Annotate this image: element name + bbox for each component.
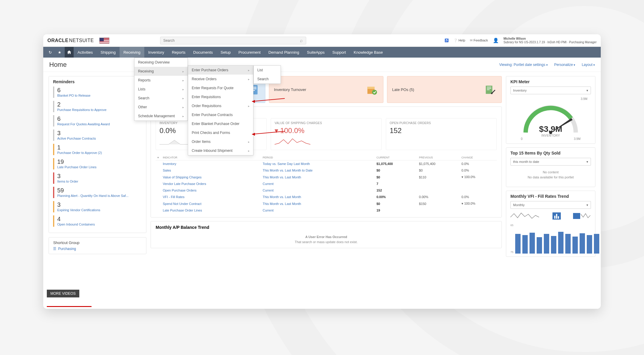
- reminder-count: 2: [57, 101, 142, 107]
- video-progress-bar[interactable]: [47, 306, 92, 307]
- reminder-item[interactable]: 4Open Inbound Containers: [53, 215, 142, 227]
- ap-trend-title: Monthly A/P Balance Trend: [156, 225, 497, 230]
- nav-setup[interactable]: Setup: [217, 47, 235, 58]
- nav-suiteapps[interactable]: SuiteApps: [303, 47, 329, 58]
- kpi-card-shipping[interactable]: VALUE OF SHIPPING CHARGES ▾ 100.0%: [271, 118, 382, 150]
- help-link[interactable]: ❔ Help: [453, 38, 465, 42]
- search-icon[interactable]: ⌕: [300, 38, 303, 43]
- chart-bar: [544, 234, 549, 254]
- user-avatar-icon[interactable]: 👤: [493, 38, 499, 43]
- gauge-max-label: 3.9M: [581, 97, 587, 101]
- svg-rect-10: [487, 89, 490, 90]
- nav-recent-icon[interactable]: ↻: [46, 47, 55, 58]
- shortcut-group-title: ShortcutShortcut Group: [53, 240, 142, 245]
- tile-inventory-turnover[interactable]: Inventory Turnover: [269, 76, 384, 103]
- menu-item[interactable]: Order Items▸: [188, 137, 253, 146]
- menu-item[interactable]: List: [254, 66, 281, 75]
- kpi-card-open-po[interactable]: OPEN PURCHASE ORDERS 152: [386, 118, 497, 150]
- kpi-meter-title: KPI Meter: [510, 79, 591, 84]
- nav-inventory[interactable]: Inventory: [144, 47, 168, 58]
- user-info[interactable]: Michelle Wilson Subrary for NS US-2023.1…: [504, 37, 597, 44]
- menu-item[interactable]: Enter Requisitions: [188, 92, 253, 101]
- topbar-right: ♿ ❔ Help ✉ Feedback 👤 Michelle Wilson Su…: [445, 37, 597, 44]
- nav-activities[interactable]: Activities: [74, 47, 97, 58]
- nav-reports[interactable]: Reports: [168, 47, 189, 58]
- reminder-item[interactable]: 3Items to Order: [53, 172, 142, 184]
- table-row[interactable]: Open Purchase OrdersCurrent152: [156, 187, 497, 194]
- table-row[interactable]: Value of Shipping ChargesThis Month vs. …: [156, 174, 497, 180]
- shortcut-purchasing[interactable]: ☰ Purchasing: [53, 247, 142, 251]
- table-row[interactable]: Late Purchase Order LinesCurrent19: [156, 207, 497, 214]
- global-search[interactable]: ⌕: [160, 37, 306, 44]
- receiving-menu: Receiving OverviewReceiving▸Reports▸List…: [134, 58, 188, 121]
- chart-bar: [565, 234, 571, 254]
- bar-chart-icon[interactable]: [552, 212, 561, 220]
- top-items-select[interactable]: this month to date▾: [510, 158, 591, 166]
- table-row[interactable]: VFI - Fill RatesThis Month vs. Last Mont…: [156, 194, 497, 200]
- accessibility-icon[interactable]: ♿: [445, 38, 449, 42]
- menu-item[interactable]: Receiving Overview: [134, 58, 188, 67]
- nav-procurement[interactable]: Procurement: [235, 47, 264, 58]
- gauge-max: 3.9M: [574, 137, 580, 141]
- search-input[interactable]: [163, 38, 300, 43]
- reminder-item[interactable]: 6Request For Quotes Awaiting Award: [53, 115, 142, 126]
- layout-dropdown[interactable]: Layout: [582, 63, 595, 67]
- menu-item[interactable]: Enter Purchase Contracts: [188, 110, 253, 119]
- nav-support[interactable]: Support: [329, 47, 350, 58]
- nav-shipping[interactable]: Shipping: [97, 47, 120, 58]
- menu-item[interactable]: Enter Requests For Quote: [188, 84, 253, 92]
- nav-home-icon[interactable]: [65, 47, 74, 58]
- menu-item[interactable]: Lists▸: [134, 85, 188, 94]
- menu-item[interactable]: Other▸: [134, 103, 188, 112]
- menu-item[interactable]: Print Checks and Forms: [188, 128, 253, 137]
- reminder-item[interactable]: 19Late Purchase Order Lines: [53, 158, 142, 169]
- table-row[interactable]: SalesThis Month vs. Last Month to Date$0…: [156, 167, 497, 174]
- reminder-item[interactable]: 3Expiring Vendor Certifications: [53, 201, 142, 212]
- nav-knowledge-base[interactable]: Knowledge Base: [350, 47, 387, 58]
- viewing-dropdown[interactable]: Viewing: Portlet date settings: [499, 63, 547, 67]
- menu-item[interactable]: Search: [254, 75, 281, 84]
- tile-late-pos[interactable]: Late POs (5): [387, 76, 502, 103]
- chevron-right-icon: ▸: [182, 70, 184, 73]
- app-window: ORACLE NETSUITE ⌕ ♿ ❔ Help ✉ Feedback 👤 …: [43, 34, 601, 309]
- reminder-count: 3: [57, 202, 142, 208]
- nav-demand-planning[interactable]: Demand Planning: [264, 47, 303, 58]
- reminder-item[interactable]: 59Planning Alert - Quantity On Hand is A…: [53, 187, 142, 198]
- menu-item[interactable]: Create Inbound Shipment▸: [188, 146, 253, 155]
- table-row[interactable]: InventoryToday vs. Same Day Last Month$1…: [156, 160, 497, 167]
- more-videos-button[interactable]: MORE VIDEOS: [47, 290, 79, 297]
- overdue-icon: [484, 83, 497, 96]
- menu-item[interactable]: Order Requisitions▸: [188, 101, 253, 110]
- menu-item[interactable]: Enter Blanket Purchase Order: [188, 119, 253, 128]
- reminder-count: 6: [57, 116, 142, 122]
- fill-rate-portlet: Monthly VFI - Fill Rates Trend Monthly▾ …: [506, 191, 595, 257]
- personalize-dropdown[interactable]: Personalize: [554, 63, 575, 67]
- po-submenu: ListSearch: [253, 65, 281, 84]
- menu-item[interactable]: Receiving▸: [134, 67, 188, 76]
- menu-item[interactable]: Search▸: [134, 94, 188, 103]
- feedback-link[interactable]: ✉ Feedback: [470, 38, 488, 42]
- user-name: Michelle Wilson: [504, 37, 597, 41]
- main-nav: ↻ ★ Activities Shipping Receiving Invent…: [43, 47, 601, 58]
- reminder-item[interactable]: 2Purchase Requisitions to Approve: [53, 101, 142, 112]
- menu-item[interactable]: Reports▸: [134, 76, 188, 85]
- reminder-item[interactable]: 1Purchase Order to Approve (2): [53, 144, 142, 155]
- menu-item[interactable]: Schedule Management▸: [134, 112, 188, 121]
- shortcut-group-portlet: ShortcutShortcut Group ☰ Purchasing: [49, 237, 146, 254]
- nav-star-icon[interactable]: ★: [55, 47, 64, 58]
- reminder-count: 59: [57, 187, 142, 193]
- reminder-item[interactable]: 3Active Purchase Contracts: [53, 129, 142, 141]
- menu-item[interactable]: Enter Purchase Orders▸: [188, 66, 253, 75]
- table-row[interactable]: Spend Not Under ContractThis Month vs. L…: [156, 200, 497, 207]
- country-flag-icon[interactable]: [99, 38, 109, 44]
- reminder-item[interactable]: 6Blanket PO to Release: [53, 87, 142, 98]
- nav-receiving[interactable]: Receiving: [120, 47, 144, 58]
- fill-rate-select[interactable]: Monthly▾: [510, 201, 591, 209]
- menu-item[interactable]: Receive Orders▸: [188, 75, 253, 84]
- kpi-meter-select[interactable]: Inventory▾: [510, 87, 591, 94]
- nav-documents[interactable]: Documents: [189, 47, 217, 58]
- trend-sparkline: [510, 211, 540, 221]
- tile-label: Inventory Turnover: [274, 87, 306, 92]
- chevron-right-icon: ▸: [248, 78, 250, 81]
- table-row[interactable]: Vendor Late Purchase OrdersCurrent7: [156, 180, 497, 187]
